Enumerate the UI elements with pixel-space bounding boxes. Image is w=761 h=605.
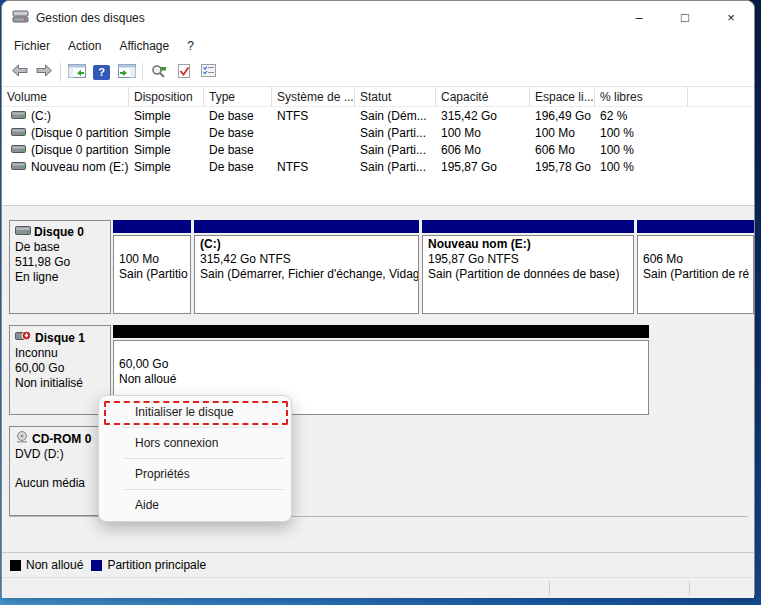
disk-status: Non initialisé — [15, 376, 110, 391]
rescan-disks-button[interactable] — [146, 60, 171, 84]
cell-disposition: Simple — [129, 126, 204, 140]
context-menu-item-offline[interactable]: Hors connexion — [99, 431, 291, 455]
menu-aide[interactable]: ? — [178, 36, 203, 56]
volume-name: (C:) — [31, 109, 51, 123]
partition-title: (C:) — [200, 237, 418, 252]
back-button[interactable] — [7, 60, 32, 84]
disk-name: CD-ROM 0 — [32, 432, 91, 447]
column-header-volume[interactable]: Volume — [2, 87, 129, 106]
partition-color-bar — [637, 220, 754, 233]
cell-type: De base — [204, 143, 272, 157]
partition-color-bar — [422, 220, 634, 233]
legend-bar: Non alloué Partition principale — [2, 552, 754, 577]
cell-type: De base — [204, 126, 272, 140]
volume-icon — [11, 126, 26, 140]
cdrom-label-panel[interactable]: CD-ROM 0 DVD (D:) Aucun média — [9, 426, 111, 516]
legend-unallocated: Non alloué — [10, 558, 83, 572]
partition-recovery[interactable]: 606 Mo Sain (Partition de ré — [637, 220, 754, 314]
statusbar-separator — [689, 581, 690, 595]
disk1-label-panel[interactable]: Disque 1 Inconnu 60,00 Go Non initialisé — [9, 325, 111, 415]
context-menu-item-properties[interactable]: Propriétés — [99, 462, 291, 486]
menu-item-label: Hors connexion — [135, 436, 218, 450]
cell-status: Sain (Parti... — [355, 143, 436, 157]
column-header-disposition[interactable]: Disposition — [129, 87, 204, 106]
task-list-button[interactable] — [196, 60, 221, 84]
disk-error-icon — [15, 330, 32, 346]
disk-type: Inconnu — [15, 346, 110, 361]
volume-row-e[interactable]: Nouveau nom (E:) Simple De base NTFS Sai… — [2, 158, 754, 175]
cell-capacity: 606 Mo — [436, 143, 530, 157]
partition-color-bar — [194, 220, 419, 233]
cdrom-media-status: Aucun média — [15, 476, 110, 491]
show-console-tree-button[interactable] — [64, 60, 89, 84]
context-menu-item-initialize-disk[interactable]: Initialiser le disque — [99, 400, 291, 424]
cell-freespace: 100 Mo — [530, 126, 595, 140]
menu-bar: Fichier Action Affichage ? — [2, 34, 754, 58]
menu-affichage[interactable]: Affichage — [110, 36, 178, 56]
forward-arrow-icon — [36, 64, 53, 80]
unallocated-swatch — [10, 560, 21, 571]
legend-primary-partition: Partition principale — [91, 558, 206, 572]
toolbar-separator — [142, 63, 143, 81]
window-title: Gestion des disques — [36, 11, 145, 25]
menu-separator — [123, 458, 284, 459]
volume-row-disk0-part1[interactable]: (Disque 0 partition... Simple De base Sa… — [2, 124, 754, 141]
cell-status: Sain (Dém... — [355, 109, 436, 123]
check-document-icon — [177, 64, 191, 81]
partition-status: Sain (Partitio — [119, 267, 190, 282]
disk-status: En ligne — [15, 270, 110, 285]
cell-disposition: Simple — [129, 160, 204, 174]
volume-row-disk0-part2[interactable]: (Disque 0 partition... Simple De base Sa… — [2, 141, 754, 158]
region-size: 60,00 Go — [119, 357, 648, 372]
cell-freespace: 196,49 Go — [530, 109, 595, 123]
column-header-status[interactable]: Statut — [355, 87, 436, 106]
cell-pctfree: 100 % — [595, 143, 688, 157]
volume-row-c[interactable]: (C:) Simple De base NTFS Sain (Dém... 31… — [2, 107, 754, 124]
menu-fichier[interactable]: Fichier — [5, 36, 59, 56]
partition-e[interactable]: Nouveau nom (E:) 195,87 Go NTFS Sain (Pa… — [422, 220, 634, 314]
maximize-button[interactable]: □ — [662, 1, 708, 34]
volume-name: (Disque 0 partition... — [31, 126, 129, 140]
column-header-capacity[interactable]: Capacité — [436, 87, 530, 106]
cell-type: De base — [204, 109, 272, 123]
volume-name: (Disque 0 partition... — [31, 143, 129, 157]
disk0-label-panel[interactable]: Disque 0 De base 511,98 Go En ligne — [9, 220, 111, 314]
cell-capacity: 315,42 Go — [436, 109, 530, 123]
partition-c[interactable]: (C:) 315,42 Go NTFS Sain (Démarrer, Fich… — [194, 220, 419, 314]
toolbar-separator — [60, 63, 61, 81]
disk-icon — [15, 225, 31, 240]
disk-size: 60,00 Go — [15, 361, 110, 376]
cell-capacity: 100 Mo — [436, 126, 530, 140]
close-button[interactable]: × — [708, 1, 754, 34]
partition-status: Sain (Partition de ré — [643, 267, 753, 282]
column-header-pctfree[interactable]: % libres — [595, 87, 688, 106]
cdrom-drive-letter: DVD (D:) — [15, 447, 110, 462]
help-button[interactable]: ? — [89, 60, 114, 84]
cell-pctfree: 100 % — [595, 160, 688, 174]
column-header-freespace[interactable]: Espace li... — [530, 87, 595, 106]
volume-name: Nouveau nom (E:) — [31, 160, 128, 174]
partition-title — [643, 237, 753, 252]
volume-list-header: Volume Disposition Type Système de ... S… — [2, 87, 754, 107]
app-icon — [12, 9, 29, 27]
legend-label: Partition principale — [107, 558, 206, 572]
cell-disposition: Simple — [129, 109, 204, 123]
menu-action[interactable]: Action — [59, 36, 110, 56]
minimize-button[interactable]: – — [616, 1, 662, 34]
partition-system-reserved[interactable]: 100 Mo Sain (Partitio — [113, 220, 191, 314]
disk-size: 511,98 Go — [15, 255, 110, 270]
cell-pctfree: 100 % — [595, 126, 688, 140]
column-header-filesystem[interactable]: Système de ... — [272, 87, 355, 106]
region-status: Non alloué — [119, 372, 648, 387]
show-action-pane-button[interactable] — [114, 60, 139, 84]
forward-button[interactable] — [32, 60, 57, 84]
partition-size: 606 Mo — [643, 252, 753, 267]
check-disk-button[interactable] — [171, 60, 196, 84]
partition-status: Sain (Partition de données de base) — [428, 267, 633, 282]
context-menu-item-help[interactable]: Aide — [99, 493, 291, 517]
column-header-type[interactable]: Type — [204, 87, 272, 106]
partition-status: Sain (Démarrer, Fichier d'échange, Vidag… — [200, 267, 418, 282]
menu-item-label: Initialiser le disque — [135, 405, 234, 419]
disk-type: De base — [15, 240, 110, 255]
window-controls: – □ × — [616, 1, 754, 34]
